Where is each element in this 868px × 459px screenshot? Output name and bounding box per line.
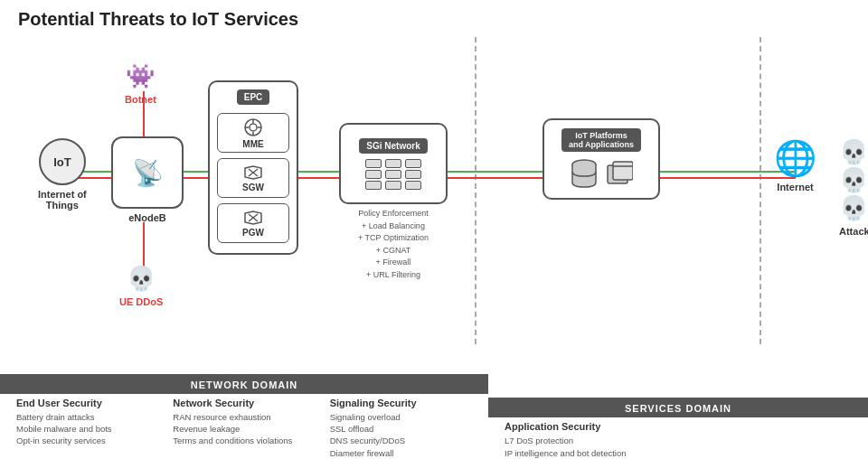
internet-node: 🌐 Internet xyxy=(774,138,816,192)
network-security-title: Network Security xyxy=(173,398,315,408)
server-block-9 xyxy=(405,181,421,190)
server-row-1 xyxy=(365,159,421,168)
diagram-area: IoT Internet of Things 👾 Botnet 📡 eNodeB… xyxy=(18,37,850,362)
policy-text: Policy Enforcement+ Load Balancing+ TCP … xyxy=(358,208,429,281)
globe-icon: 🌐 xyxy=(774,138,816,178)
mme-icon xyxy=(243,117,263,137)
domain-sections: NETWORK DOMAIN End User Security Battery… xyxy=(0,355,868,459)
iot-label: Internet of xyxy=(38,189,87,200)
server-stack xyxy=(365,159,421,190)
botnet-icon: 👾 xyxy=(126,62,155,90)
server-block-7 xyxy=(365,181,382,190)
signaling-security-col: Signaling Security Signaling overload SS… xyxy=(323,398,479,459)
epc-node: EPC MME xyxy=(208,80,298,255)
app-icon xyxy=(606,160,633,187)
sgi-node: SGi Network xyxy=(339,123,448,281)
dashed-separator-1 xyxy=(475,37,476,344)
svg-point-1 xyxy=(250,124,257,131)
signaling-security-item-2: SSL offload xyxy=(330,423,472,435)
antenna-icon: 📡 xyxy=(132,158,164,188)
network-domain: NETWORK DOMAIN End User Security Battery… xyxy=(0,374,488,459)
network-security-item-3: Terms and conditions violations xyxy=(173,435,315,446)
sgi-box: SGi Network xyxy=(339,123,448,204)
network-domain-content: End User Security Battery drain attacks … xyxy=(0,394,488,459)
services-domain-header: SERVICES DOMAIN xyxy=(488,399,868,417)
skull-icon: 💀 xyxy=(127,265,156,293)
svg-rect-12 xyxy=(613,162,633,180)
signaling-security-item-3: DNS security/DDoS xyxy=(330,435,472,446)
botnet-label: Botnet xyxy=(125,94,156,105)
botnet-node: 👾 Botnet xyxy=(125,62,156,105)
page-title: Potential Threats to IoT Services xyxy=(18,9,850,30)
services-domain-content: Application Security L7 DoS protection I… xyxy=(488,417,868,459)
sgw-label: SGW xyxy=(242,183,264,192)
ue-ddos-label: UE DDoS xyxy=(119,296,163,307)
enodeb-node: 📡 eNodeB xyxy=(111,136,184,223)
dashed-separator-2 xyxy=(760,37,761,344)
server-block-1 xyxy=(365,159,382,168)
server-block-6 xyxy=(405,170,421,179)
pgw-item: PGW xyxy=(217,203,289,243)
end-user-item-1: Battery drain attacks xyxy=(16,411,158,423)
app-security-item-1: L7 DoS protection xyxy=(505,435,852,446)
platform-icons xyxy=(570,157,633,190)
ue-ddos-node: 💀 UE DDoS xyxy=(119,265,163,307)
iot-node: IoT Internet of Things xyxy=(38,138,87,211)
page-container: Potential Threats to IoT Services IoT In… xyxy=(0,0,868,459)
attackers-label: Attackers xyxy=(839,226,868,237)
server-row-2 xyxy=(365,170,421,179)
iot-platform-label: IoT Platformsand Applications xyxy=(561,128,641,152)
network-domain-header: NETWORK DOMAIN xyxy=(0,376,488,394)
epc-label: EPC xyxy=(237,89,270,105)
iot-platform-box: IoT Platformsand Applications xyxy=(542,118,660,200)
server-block-5 xyxy=(385,170,401,179)
mme-label: MME xyxy=(242,139,263,149)
attackers-skull-icon: 💀💀💀 xyxy=(839,138,868,222)
server-row-3 xyxy=(365,181,421,190)
end-user-title: End User Security xyxy=(16,398,158,408)
database-icon xyxy=(570,157,599,190)
server-block-2 xyxy=(385,159,401,168)
services-domain: SERVICES DOMAIN Application Security L7 … xyxy=(488,398,868,459)
end-user-item-3: Opt-in security services xyxy=(16,435,158,446)
app-security-col: Application Security L7 DoS protection I… xyxy=(497,421,859,459)
server-block-3 xyxy=(405,159,421,168)
server-block-8 xyxy=(385,181,401,190)
internet-label: Internet xyxy=(777,182,813,192)
sgw-item: SGW xyxy=(217,158,289,198)
signaling-security-item-1: Signaling overload xyxy=(330,411,472,423)
network-security-item-2: Revenue leakage xyxy=(173,423,315,435)
server-block-4 xyxy=(365,170,382,179)
app-security-item-2: IP intelligence and bot detection xyxy=(505,447,852,459)
enodeb-box: 📡 xyxy=(111,136,184,209)
network-security-item-1: RAN resource exhaustion xyxy=(173,411,315,423)
pgw-icon xyxy=(243,210,263,226)
iot-sublabel: Things xyxy=(46,200,79,211)
app-security-title: Application Security xyxy=(505,421,852,432)
sgi-label: SGi Network xyxy=(359,138,427,154)
ddos-vline xyxy=(143,222,145,267)
epc-box: EPC MME xyxy=(208,80,298,255)
network-security-col: Network Security RAN resource exhaustion… xyxy=(165,398,322,459)
mme-item: MME xyxy=(217,113,289,153)
enodeb-label: eNodeB xyxy=(128,212,166,223)
end-user-security-col: End User Security Battery drain attacks … xyxy=(9,398,165,459)
signaling-security-title: Signaling Security xyxy=(330,398,472,408)
iot-platform-node: IoT Platformsand Applications xyxy=(542,118,660,200)
signaling-security-item-4: Diameter firewall xyxy=(330,447,472,459)
pgw-label: PGW xyxy=(242,228,264,238)
sgw-icon xyxy=(243,164,263,181)
iot-circle: IoT xyxy=(39,138,86,185)
attackers-node: 💀💀💀 Attackers xyxy=(839,138,868,237)
end-user-item-2: Mobile malware and bots xyxy=(16,423,158,435)
